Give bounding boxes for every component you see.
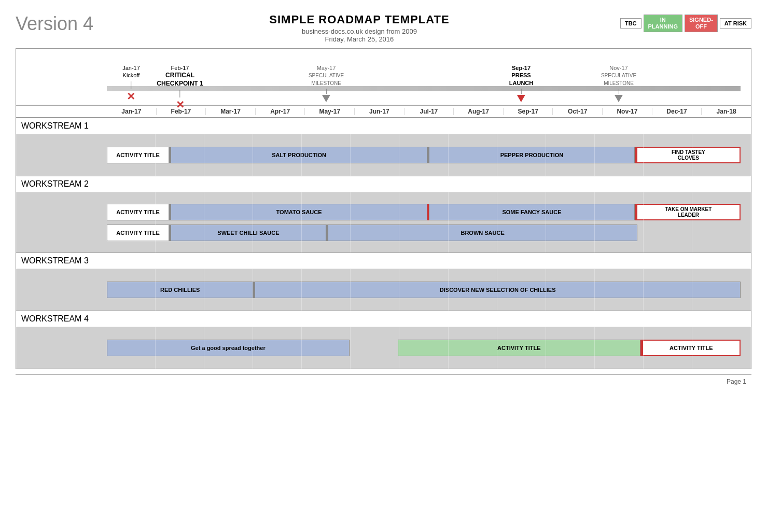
month-row: Jan-17 Feb-17 Mar-17 Apr-17 May-17 Jun-1… — [16, 106, 751, 118]
month-sep17: Sep-17 — [503, 108, 553, 115]
main-title: SIMPLE ROADMAP TEMPLATE — [99, 13, 620, 26]
milestone-nov17-date: Nov-17 — [609, 65, 627, 71]
header: Version 4 SIMPLE ROADMAP TEMPLATE busine… — [16, 10, 751, 43]
month-mar17: Mar-17 — [205, 108, 255, 115]
milestone-feb17: Feb-17 CRITICAL CHECKPOINT 1 ✕ — [157, 64, 203, 111]
workstream-3-body: RED CHILLIES DISCOVER NEW SELECTION OF C… — [16, 269, 751, 311]
milestone-jan17-x: ✕ — [127, 90, 135, 103]
ws1-row1: ACTIVITY TITLE SALT PRODUCTION PEPPER PR… — [16, 146, 741, 164]
workstream-4-header: WORKSTREAM 4 — [16, 311, 751, 327]
legend-box: TBC INPLANNING SIGNED-OFF AT RISK — [620, 15, 751, 32]
milestone-may17-text: May-17 SPECULATIVE MILESTONE — [309, 64, 344, 87]
milestone-jan17-label: Kickoff — [123, 72, 140, 78]
milestone-feb17-text: Feb-17 CRITICAL CHECKPOINT 1 — [157, 64, 203, 88]
workstream-2-body: ACTIVITY TITLE TOMATO SAUCE SOME FANCY S… — [16, 192, 751, 253]
ws2-row2: ACTIVITY TITLE SWEET CHILLI SAUCE BROWN … — [16, 223, 741, 242]
workstream-3: WORKSTREAM 3 RED CHILLIES DISCOVER N — [16, 253, 751, 311]
workstream-1-header: WORKSTREAM 1 — [16, 118, 751, 134]
milestone-feb17-label1: CRITICAL — [165, 72, 194, 79]
ws4-bar-activity1: ACTIVITY TITLE — [398, 340, 640, 356]
milestone-sep17-text: Sep-17 PRESS LAUNCH — [509, 64, 533, 87]
milestone-nov17: Nov-17 SPECULATIVE MILESTONE — [601, 64, 636, 102]
workstream-4-body: Get a good spread together ACTIVITY TITL… — [16, 327, 751, 369]
milestone-feb17-date: Feb-17 — [171, 65, 189, 71]
footer: Page 1 — [16, 374, 751, 385]
ws2-bar-fancy: SOME FANCY SAUCE — [429, 204, 635, 220]
ws2-bar-tomato: TOMATO SAUCE — [171, 204, 427, 220]
milestone-may17-label1: SPECULATIVE — [309, 73, 344, 78]
grid-overlay-2 — [107, 192, 741, 253]
workstream-2: WORKSTREAM 2 ACTIVITY TITLE TOMATO SAUCE — [16, 176, 751, 253]
month-oct17: Oct-17 — [552, 108, 602, 115]
header-center: SIMPLE ROADMAP TEMPLATE business-docs.co… — [99, 10, 620, 43]
ws1-bar-cloves: FIND TASTEYCLOVES — [636, 147, 741, 163]
milestone-may17-arrow — [322, 95, 330, 102]
date-text: Friday, March 25, 2016 — [99, 35, 620, 43]
milestone-sep17-arrow — [517, 95, 525, 102]
milestone-sep17: Sep-17 PRESS LAUNCH — [509, 64, 533, 102]
ws4-row1: Get a good spread together ACTIVITY TITL… — [16, 339, 741, 357]
milestone-feb17-line — [180, 90, 180, 97]
ws4-bar-spread: Get a good spread together — [107, 340, 350, 356]
milestone-may17-label2: MILESTONE — [311, 80, 341, 86]
milestone-jan17-date: Jan-17 — [122, 65, 140, 71]
ws2-label1: ACTIVITY TITLE — [107, 204, 169, 220]
milestone-may17-line — [326, 89, 326, 94]
milestone-may17-date: May-17 — [317, 65, 336, 71]
milestone-sep17-label2: LAUNCH — [509, 80, 533, 86]
ws1-bar-salt: SALT PRODUCTION — [171, 147, 427, 163]
legend-tbc: TBC — [620, 18, 642, 29]
ws2-bar-brown: BROWN SAUCE — [328, 225, 638, 241]
legend-signed: SIGNED-OFF — [685, 15, 718, 32]
legend-planning: INPLANNING — [644, 15, 682, 32]
workstream-3-header: WORKSTREAM 3 — [16, 253, 751, 269]
ws1-label1: ACTIVITY TITLE — [107, 147, 169, 163]
workstream-4: WORKSTREAM 4 Get a good spread together — [16, 311, 751, 369]
month-apr17: Apr-17 — [255, 108, 305, 115]
milestone-sep17-date: Sep-17 — [512, 65, 531, 71]
ws2-label2: ACTIVITY TITLE — [107, 225, 169, 241]
workstream-1-body: ACTIVITY TITLE SALT PRODUCTION PEPPER PR… — [16, 134, 751, 176]
milestone-feb17-x: ✕ — [176, 99, 185, 111]
page-wrapper: Version 4 SIMPLE ROADMAP TEMPLATE busine… — [0, 0, 767, 406]
timeline-area: Jan-17 Kickoff ✕ Feb-17 CRITICAL CHECKPO… — [16, 48, 751, 369]
month-dec17: Dec-17 — [652, 108, 702, 115]
milestone-jan17-line — [131, 81, 131, 89]
subtitle: business-docs.co.uk design from 2009 — [99, 27, 620, 35]
workstream-2-header: WORKSTREAM 2 — [16, 176, 751, 192]
milestone-may17: May-17 SPECULATIVE MILESTONE — [309, 64, 344, 102]
legend-atrisk: AT RISK — [720, 18, 751, 29]
month-jul17: Jul-17 — [404, 108, 454, 115]
month-jun17: Jun-17 — [354, 108, 404, 115]
milestone-feb17-label2: CHECKPOINT 1 — [157, 80, 203, 87]
ws2-row1: ACTIVITY TITLE TOMATO SAUCE SOME FANCY S… — [16, 203, 741, 221]
milestone-jan17: Jan-17 Kickoff ✕ — [122, 64, 140, 103]
ws1-bar-pepper: PEPPER PRODUCTION — [429, 147, 635, 163]
page-number: Page 1 — [727, 378, 746, 385]
ws3-row1: RED CHILLIES DISCOVER NEW SELECTION OF C… — [16, 281, 741, 299]
month-jan18: Jan-18 — [701, 108, 751, 115]
ws4-bar-activity2: ACTIVITY TITLE — [642, 340, 741, 356]
milestone-nov17-line — [618, 89, 619, 94]
milestone-nov17-label1: SPECULATIVE — [601, 73, 636, 78]
ws3-bar-discover: DISCOVER NEW SELECTION OF CHILLIES — [255, 282, 741, 298]
milestone-nov17-label2: MILESTONE — [604, 80, 634, 86]
ws2-bar-chilli: SWEET CHILLI SAUCE — [171, 225, 326, 241]
month-nov17: Nov-17 — [602, 108, 652, 115]
milestone-row: Jan-17 Kickoff ✕ Feb-17 CRITICAL CHECKPO… — [16, 49, 751, 106]
milestone-sep17-label1: PRESS — [511, 72, 531, 78]
milestone-jan17-text: Jan-17 Kickoff — [122, 64, 140, 79]
milestone-sep17-line — [521, 89, 521, 94]
month-may17: May-17 — [304, 108, 354, 115]
month-jan17: Jan-17 — [107, 108, 156, 115]
milestone-nov17-text: Nov-17 SPECULATIVE MILESTONE — [601, 64, 636, 87]
version-label: Version 4 — [16, 13, 99, 35]
workstream-1: WORKSTREAM 1 ACTIVITY TITLE SALT PRODU — [16, 118, 751, 176]
milestone-nov17-arrow — [615, 95, 623, 102]
ws2-bar-market: TAKE ON MARKETLEADER — [636, 204, 741, 220]
month-aug17: Aug-17 — [453, 108, 503, 115]
ws3-bar-red-chillies: RED CHILLIES — [107, 282, 253, 298]
